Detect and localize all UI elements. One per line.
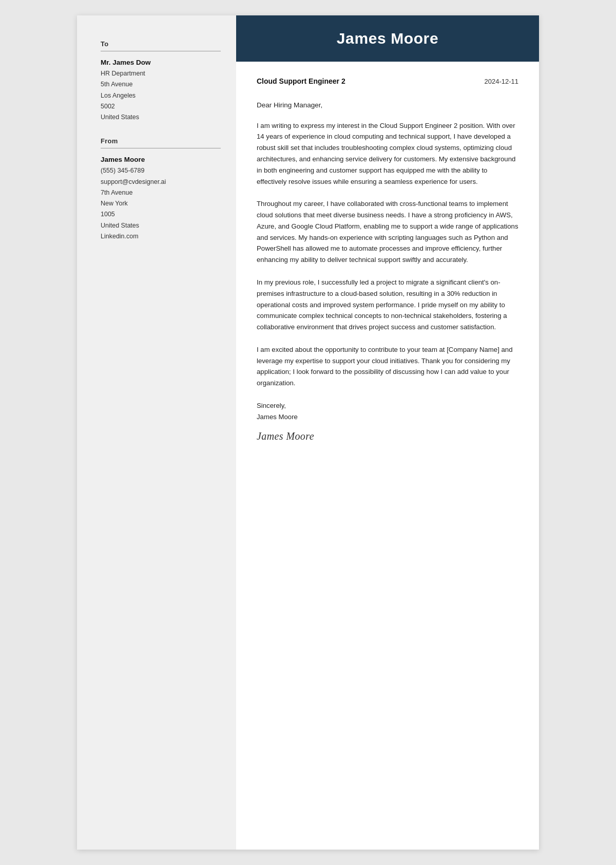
to-street: 5th Avenue: [101, 79, 221, 90]
letter-paragraph-3: In my previous role, I successfully led …: [257, 277, 518, 333]
from-email: support@cvdesigner.ai: [101, 177, 221, 187]
header-name: James Moore: [337, 30, 438, 47]
letter-paragraph-4: I am excited about the opportunity to co…: [257, 344, 518, 389]
from-zip: 1005: [101, 209, 221, 220]
letter-greeting: Dear Hiring Manager,: [257, 100, 518, 111]
closing-line2: James Moore: [257, 411, 518, 423]
letter-body: Cloud Support Engineer 2 2024-12-11 Dear…: [236, 62, 539, 463]
letter-signature: James Moore: [257, 430, 518, 442]
from-city: New York: [101, 198, 221, 209]
closing-line1: Sincerely,: [257, 400, 518, 411]
to-label: To: [101, 40, 221, 48]
job-title-row: Cloud Support Engineer 2 2024-12-11: [257, 77, 518, 87]
to-department: HR Department: [101, 68, 221, 79]
to-section: To Mr. James Dow HR Department 5th Avenu…: [101, 40, 221, 123]
sidebar: To Mr. James Dow HR Department 5th Avenu…: [77, 15, 236, 850]
to-country: United States: [101, 112, 221, 123]
letter-paragraph-1: I am writing to express my interest in t…: [257, 120, 518, 187]
letter-date: 2024-12-11: [485, 78, 519, 85]
to-zip: 5002: [101, 101, 221, 112]
to-name: Mr. James Dow: [101, 59, 221, 66]
letter-paragraph-2: Throughout my career, I have collaborate…: [257, 198, 518, 266]
page: To Mr. James Dow HR Department 5th Avenu…: [77, 15, 539, 850]
from-linkedin: Linkedin.com: [101, 231, 221, 242]
from-divider: [101, 148, 221, 148]
from-name: James Moore: [101, 156, 221, 163]
from-country: United States: [101, 220, 221, 231]
header-banner: James Moore: [236, 15, 539, 62]
to-city: Los Angeles: [101, 90, 221, 101]
job-title: Cloud Support Engineer 2: [257, 77, 345, 85]
to-divider: [101, 51, 221, 51]
from-section: From James Moore (555) 345-6789 support@…: [101, 137, 221, 242]
from-phone: (555) 345-6789: [101, 165, 221, 176]
letter-closing: Sincerely, James Moore: [257, 400, 518, 423]
from-label: From: [101, 137, 221, 145]
main-content: James Moore Cloud Support Engineer 2 202…: [236, 15, 539, 850]
from-street: 7th Avenue: [101, 187, 221, 198]
